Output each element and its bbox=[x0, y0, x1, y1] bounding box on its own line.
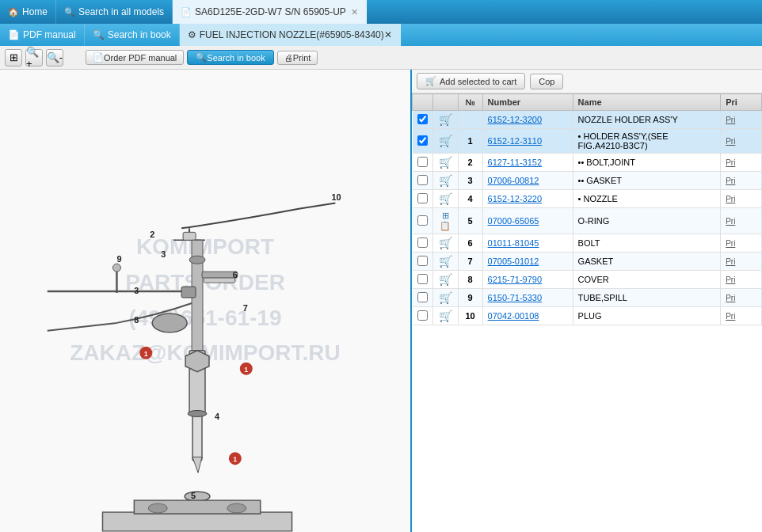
main-content: KOMIMPORT PARTS ORDER (495)651-61-19 ZAK… bbox=[0, 70, 762, 532]
print-button[interactable]: 🖨 Print bbox=[277, 51, 318, 65]
part-number-link[interactable]: 6152-12-3110 bbox=[488, 136, 543, 146]
model-tab-close[interactable]: ✕ bbox=[351, 7, 358, 17]
row-number[interactable]: 6152-12-3200 bbox=[482, 111, 573, 129]
row-number[interactable]: 07000-65065 bbox=[482, 208, 573, 234]
row-checkbox-cell[interactable] bbox=[413, 190, 433, 208]
row-checkbox[interactable] bbox=[417, 135, 428, 146]
row-checkbox[interactable] bbox=[417, 215, 428, 226]
row-number[interactable]: 6152-12-3110 bbox=[482, 129, 573, 154]
copy-label: Cop bbox=[539, 77, 554, 86]
row-price[interactable]: Pri bbox=[721, 253, 762, 271]
price-link[interactable]: Pri bbox=[726, 276, 735, 284]
add-to-cart-button[interactable]: 🛒 Add selected to cart bbox=[417, 73, 525, 89]
table-row: 🛒 4 6152-12-3220 • NOZZLE Pri bbox=[413, 190, 762, 208]
zoom-in-button[interactable]: 🔍+ bbox=[25, 49, 43, 66]
tab-home[interactable]: 🏠 Home bbox=[0, 0, 56, 24]
row-checkbox-cell[interactable] bbox=[413, 111, 433, 129]
gear-icon: ⚙ bbox=[188, 29, 196, 40]
cart-row-icon: 🛒 bbox=[439, 192, 452, 205]
part-number-link[interactable]: 07006-00812 bbox=[488, 176, 539, 185]
row-checkbox-cell[interactable] bbox=[413, 289, 433, 307]
part-number-link[interactable]: 07042-00108 bbox=[488, 311, 539, 321]
row-checkbox[interactable] bbox=[417, 256, 428, 266]
label-3a: 3 bbox=[161, 249, 166, 259]
row-number[interactable]: 07005-01012 bbox=[482, 253, 573, 271]
row-price[interactable]: Pri bbox=[721, 307, 762, 325]
parts-diagram-svg: 10 2 3 3 6 7 8 4 9 5 1 1 1 bbox=[0, 70, 410, 532]
price-link[interactable]: Pri bbox=[726, 116, 735, 124]
price-link[interactable]: Pri bbox=[726, 312, 735, 321]
price-link[interactable]: Pri bbox=[726, 217, 735, 226]
row-price[interactable]: Pri bbox=[721, 208, 762, 234]
action-toolbar: ⊞ 🔍+ 🔍- 📄 Order PDF manual 🔍 Search in b… bbox=[0, 46, 762, 70]
home-tab-label: Home bbox=[22, 6, 48, 17]
row-number[interactable]: 07006-00812 bbox=[482, 172, 573, 190]
row-number[interactable]: 01011-81045 bbox=[482, 234, 573, 253]
top-navigation: 🏠 Home 🔍 Search in all models 📄 SA6D125E… bbox=[0, 0, 762, 24]
row-num: 1 bbox=[458, 129, 482, 154]
price-link[interactable]: Pri bbox=[726, 137, 735, 146]
row-checkbox[interactable] bbox=[417, 193, 428, 203]
row-checkbox[interactable] bbox=[417, 310, 428, 321]
row-icon-cell: 🛒 bbox=[433, 253, 458, 271]
row-price[interactable]: Pri bbox=[721, 154, 762, 172]
row-number[interactable]: 6152-12-3220 bbox=[482, 190, 573, 208]
row-price[interactable]: Pri bbox=[721, 271, 762, 289]
row-checkbox[interactable] bbox=[417, 292, 428, 302]
row-checkbox-cell[interactable] bbox=[413, 253, 433, 271]
row-price[interactable]: Pri bbox=[721, 190, 762, 208]
tab-fuel-injection[interactable]: ⚙ FUEL INJECTION NOZZLE(#65905-84340) ✕ bbox=[180, 24, 401, 46]
part-number-link[interactable]: 01011-81045 bbox=[488, 238, 539, 248]
zoom-out-button[interactable]: 🔍- bbox=[46, 49, 63, 66]
row-checkbox[interactable] bbox=[417, 157, 428, 167]
row-checkbox[interactable] bbox=[417, 274, 428, 284]
row-name: • NOZZLE bbox=[573, 190, 721, 208]
table-row: 🛒 9 6150-71-5330 TUBE,SPILL Pri bbox=[413, 289, 762, 307]
table-row: 🛒 7 07005-01012 GASKET Pri bbox=[413, 253, 762, 271]
row-icon-cell: 🛒 bbox=[433, 129, 458, 154]
price-link[interactable]: Pri bbox=[726, 195, 735, 203]
row-checkbox[interactable] bbox=[417, 175, 428, 185]
copy-button[interactable]: Cop bbox=[530, 74, 563, 89]
price-link[interactable]: Pri bbox=[726, 294, 735, 302]
row-checkbox-cell[interactable] bbox=[413, 307, 433, 325]
row-checkbox[interactable] bbox=[417, 238, 428, 248]
part-number-link[interactable]: 6152-12-3220 bbox=[488, 194, 543, 203]
price-link[interactable]: Pri bbox=[726, 239, 735, 248]
tab-pdf[interactable]: 📄 PDF manual bbox=[0, 24, 85, 46]
part-number-link[interactable]: 6152-12-3200 bbox=[488, 115, 543, 124]
svg-point-4 bbox=[189, 256, 205, 264]
row-price[interactable]: Pri bbox=[721, 111, 762, 129]
part-number-link[interactable]: 07000-65065 bbox=[488, 216, 539, 226]
row-checkbox-cell[interactable] bbox=[413, 154, 433, 172]
row-price[interactable]: Pri bbox=[721, 289, 762, 307]
fuel-tab-close[interactable]: ✕ bbox=[384, 29, 392, 40]
row-checkbox[interactable] bbox=[417, 114, 428, 124]
part-number-link[interactable]: 6127-11-3152 bbox=[488, 158, 543, 167]
row-checkbox-cell[interactable] bbox=[413, 208, 433, 234]
row-price[interactable]: Pri bbox=[721, 234, 762, 253]
tab-search-book[interactable]: 🔍 Search in book bbox=[85, 24, 180, 46]
part-number-link[interactable]: 6150-71-5330 bbox=[488, 293, 543, 302]
order-pdf-button[interactable]: 📄 Order PDF manual bbox=[86, 50, 184, 65]
part-number-link[interactable]: 6215-71-9790 bbox=[488, 275, 543, 284]
row-number[interactable]: 6127-11-3152 bbox=[482, 154, 573, 172]
row-checkbox-cell[interactable] bbox=[413, 234, 433, 253]
row-checkbox-cell[interactable] bbox=[413, 271, 433, 289]
price-link[interactable]: Pri bbox=[726, 257, 735, 266]
row-checkbox-cell[interactable] bbox=[413, 172, 433, 190]
price-link[interactable]: Pri bbox=[726, 177, 735, 185]
search-in-book-button[interactable]: 🔍 Search in book bbox=[187, 50, 273, 65]
row-price[interactable]: Pri bbox=[721, 172, 762, 190]
label-6: 6 bbox=[233, 270, 238, 279]
row-number[interactable]: 6215-71-9790 bbox=[482, 271, 573, 289]
price-link[interactable]: Pri bbox=[726, 158, 735, 167]
row-number[interactable]: 07042-00108 bbox=[482, 307, 573, 325]
row-checkbox-cell[interactable] bbox=[413, 129, 433, 154]
tab-model[interactable]: 📄 SA6D125E-2GD-W7 S/N 65905-UP ✕ bbox=[173, 0, 367, 24]
row-number[interactable]: 6150-71-5330 bbox=[482, 289, 573, 307]
tab-search-all[interactable]: 🔍 Search in all models bbox=[56, 0, 173, 24]
zoom-fit-button[interactable]: ⊞ bbox=[5, 49, 22, 66]
part-number-link[interactable]: 07005-01012 bbox=[488, 256, 539, 266]
row-price[interactable]: Pri bbox=[721, 129, 762, 154]
